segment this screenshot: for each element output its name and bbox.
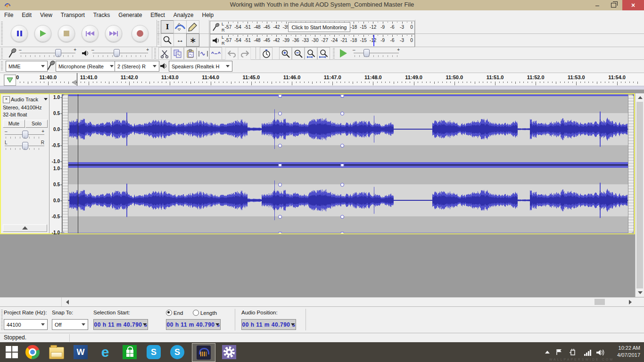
- menu-generate[interactable]: Generate: [114, 11, 146, 19]
- undo-button[interactable]: [225, 47, 238, 60]
- stop-button[interactable]: [58, 25, 75, 42]
- playback-meter[interactable]: LR -57-54-51-48-45-42-39-36-33-30-27-24-…: [210, 34, 415, 47]
- scroll-left-icon[interactable]: [66, 300, 69, 304]
- solo-button[interactable]: Solo: [25, 120, 48, 128]
- vertical-scrollbar[interactable]: [635, 93, 644, 297]
- vertical-scroll-thumb[interactable]: [636, 102, 643, 288]
- edit-toolbar-grip[interactable]: [154, 48, 156, 58]
- right-channel-waveform[interactable]: [67, 168, 630, 233]
- action-center-icon[interactable]: [556, 349, 563, 355]
- playback-speed-thumb[interactable]: [363, 49, 370, 57]
- audio-position-time[interactable]: 00 h 11 m 40.790 s: [241, 319, 296, 330]
- taskbar-skype-button[interactable]: S: [142, 343, 165, 361]
- power-icon[interactable]: [569, 349, 576, 356]
- selection-start-time[interactable]: 00 h 11 m 40.790 s: [93, 319, 148, 330]
- track-gain-slider[interactable]: – +: [5, 130, 44, 139]
- end-radio-label[interactable]: End: [173, 310, 183, 316]
- snap-to-select[interactable]: Off: [52, 319, 88, 330]
- tools-toolbar-grip[interactable]: [157, 21, 159, 45]
- clip-right-drag-handle[interactable]: [628, 94, 634, 233]
- track-workspace[interactable]: × Audio Track Stereo, 44100Hz 32-bit flo…: [0, 90, 644, 297]
- left-channel-waveform[interactable]: [67, 96, 630, 162]
- vertical-scale-ruler[interactable]: 1.00.50.0-0.5-1.01.00.50.0-0.5-1.0: [50, 94, 62, 233]
- clip-split-point[interactable]: [278, 144, 282, 148]
- trim-audio-button[interactable]: [197, 47, 209, 60]
- transcription-toolbar-grip[interactable]: [333, 48, 335, 58]
- network-icon[interactable]: [584, 350, 591, 356]
- title-bar[interactable]: Working with Youth in the Adult AOD Syst…: [0, 0, 644, 11]
- fit-selection-button[interactable]: [305, 47, 317, 60]
- mute-button[interactable]: Mute: [3, 120, 25, 128]
- selection-toolbar-grip[interactable]: [1, 310, 3, 330]
- menu-tracks[interactable]: Tracks: [89, 11, 115, 19]
- zoom-out-button[interactable]: [292, 47, 305, 60]
- length-radio-label[interactable]: Length: [200, 310, 217, 316]
- clip-split-handle[interactable]: [279, 94, 282, 98]
- play-at-speed-button[interactable]: [338, 48, 349, 59]
- clip-split-handle[interactable]: [279, 232, 282, 233]
- clip-left-drag-handle[interactable]: [62, 94, 68, 233]
- end-radio[interactable]: [166, 310, 172, 316]
- recording-meter[interactable]: LR -57-54-51-48-45-42-39-36-33-30-27-24-…: [210, 21, 415, 34]
- taskbar-audacity-button[interactable]: [192, 343, 215, 362]
- right-channel[interactable]: [62, 168, 634, 233]
- selection-tool-button[interactable]: I: [161, 20, 174, 33]
- silence-audio-button[interactable]: [209, 47, 222, 60]
- clip-split-point[interactable]: [340, 112, 344, 115]
- clip-split-point[interactable]: [278, 215, 282, 219]
- volume-icon[interactable]: [596, 349, 604, 356]
- track-pan-slider[interactable]: L R: [5, 141, 44, 150]
- device-toolbar-grip[interactable]: [1, 61, 3, 71]
- pause-button[interactable]: [11, 25, 28, 42]
- menu-analyze[interactable]: Analyze: [169, 11, 198, 19]
- menu-edit[interactable]: Edit: [17, 11, 36, 19]
- recording-volume-thumb[interactable]: [55, 49, 61, 57]
- multi-tool-button[interactable]: ∗: [186, 33, 199, 47]
- mixer-toolbar-grip[interactable]: [1, 48, 3, 58]
- playback-device-select[interactable]: Speakers (Realtek H: [169, 61, 232, 72]
- copy-button[interactable]: [171, 47, 184, 60]
- recording-volume-slider[interactable]: – +: [20, 49, 75, 57]
- skip-to-start-button[interactable]: [82, 25, 99, 42]
- track-collapse-button[interactable]: [3, 224, 47, 232]
- clip-split-handle[interactable]: [279, 164, 282, 167]
- minimize-button[interactable]: –: [590, 0, 604, 10]
- channel-divider[interactable]: [62, 162, 634, 168]
- clip-split-point[interactable]: [340, 144, 344, 148]
- fit-project-button[interactable]: [317, 47, 330, 60]
- draw-tool-button[interactable]: [186, 20, 199, 33]
- recording-device-select[interactable]: Microphone (Realte: [56, 61, 116, 72]
- taskbar-settings-button[interactable]: [218, 343, 240, 361]
- cut-button[interactable]: [158, 47, 171, 60]
- meter-tooltip[interactable]: Click to Start Monitoring: [288, 22, 350, 32]
- horizontal-scrollbar[interactable]: [0, 297, 644, 307]
- taskbar-skype-round-button[interactable]: S: [166, 343, 189, 361]
- timeline-ruler[interactable]: 011:40.011:41.011:42.011:43.011:44.011:4…: [0, 73, 644, 90]
- audio-host-select[interactable]: MME: [6, 61, 48, 72]
- record-button[interactable]: [132, 25, 149, 42]
- menu-help[interactable]: Help: [198, 11, 218, 19]
- track-pan-thumb[interactable]: [22, 142, 28, 150]
- scroll-right-icon[interactable]: [629, 300, 632, 304]
- scroll-down-icon[interactable]: [638, 291, 643, 294]
- selection-end-time[interactable]: 00 h 11 m 40.790 s: [166, 319, 221, 330]
- length-radio[interactable]: [193, 310, 199, 316]
- recording-channels-select[interactable]: 2 (Stereo) R: [115, 61, 159, 72]
- time-shift-tool-button[interactable]: ↔: [173, 33, 187, 47]
- paste-button[interactable]: [184, 47, 197, 60]
- audio-clip[interactable]: [62, 94, 634, 233]
- playback-volume-slider[interactable]: – +: [92, 49, 148, 57]
- zoom-tool-button[interactable]: [161, 33, 174, 47]
- clip-split-point[interactable]: [340, 183, 344, 187]
- close-button[interactable]: ×: [622, 0, 644, 10]
- sync-lock-button[interactable]: [260, 47, 272, 60]
- track-gain-thumb[interactable]: [22, 131, 28, 139]
- envelope-tool-button[interactable]: [173, 20, 187, 33]
- clip-split-point[interactable]: [340, 215, 344, 219]
- zoom-in-button[interactable]: [279, 47, 292, 60]
- skip-to-end-button[interactable]: [105, 25, 122, 42]
- start-button[interactable]: [6, 346, 18, 358]
- playback-volume-thumb[interactable]: [114, 49, 120, 57]
- restore-button[interactable]: [606, 0, 620, 10]
- clip-split-point[interactable]: [278, 183, 282, 187]
